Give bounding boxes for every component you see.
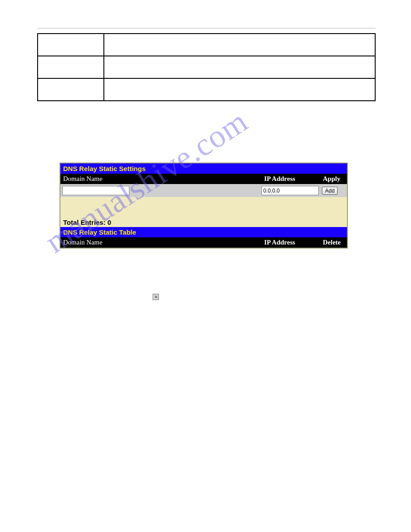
table-row — [38, 56, 375, 78]
header-domain-name: Domain Name — [60, 174, 261, 184]
ip-address-input[interactable] — [261, 186, 319, 195]
table-title-bar: DNS Relay Static Table — [60, 227, 347, 237]
watermark-text: manualshive.com — [17, 90, 394, 456]
header-domain-name-2: Domain Name — [60, 237, 261, 248]
header-ip-address-2: IP Address — [261, 237, 322, 248]
table-row — [38, 34, 375, 56]
header-ip-address: IP Address — [261, 174, 322, 184]
table-row — [38, 78, 375, 101]
domain-name-input[interactable] — [62, 186, 129, 195]
close-glyph: ✕ — [154, 294, 158, 300]
header-delete: Delete — [322, 237, 347, 248]
settings-title-bar: DNS Relay Static Settings — [60, 163, 347, 174]
close-icon: ✕ — [153, 294, 159, 300]
param-label-cell — [38, 78, 104, 101]
param-label-cell — [38, 34, 104, 56]
header-apply: Apply — [322, 174, 347, 184]
dns-relay-panel: DNS Relay Static Settings Domain Name IP… — [60, 163, 348, 249]
param-desc-cell — [104, 34, 375, 56]
settings-input-row: Add — [60, 184, 347, 197]
divider-top — [37, 28, 376, 29]
param-desc-cell — [104, 56, 375, 78]
panel-spacer — [60, 197, 347, 217]
add-button[interactable]: Add — [322, 187, 338, 195]
settings-header-row: Domain Name IP Address Apply — [60, 174, 347, 184]
table-header-row: Domain Name IP Address Delete — [60, 237, 347, 248]
total-entries-label: Total Entries: 0 — [60, 217, 347, 227]
param-label-cell — [38, 56, 104, 78]
parameters-table — [37, 33, 376, 101]
param-desc-cell — [104, 78, 375, 101]
